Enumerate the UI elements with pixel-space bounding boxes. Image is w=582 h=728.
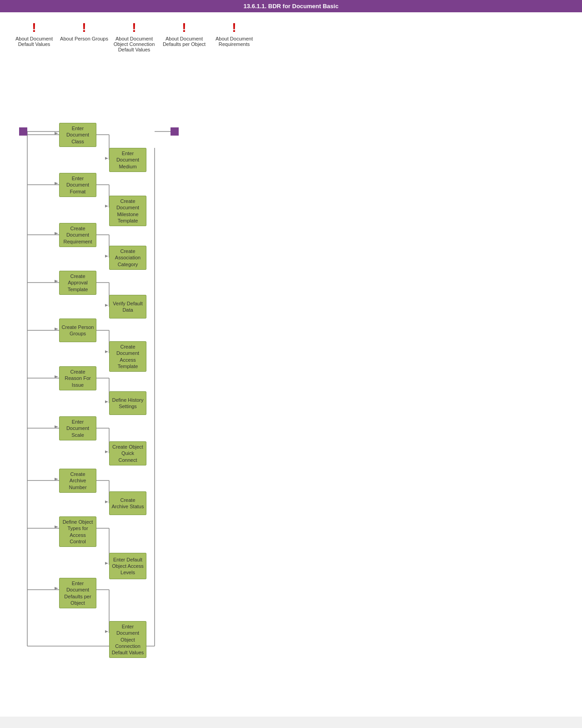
icon-label-2: About Person Groups: [60, 36, 108, 41]
svg-marker-50: [105, 350, 108, 353]
svg-marker-37: [55, 182, 58, 185]
svg-marker-52: [105, 450, 108, 453]
box-create-doc-milestone[interactable]: Create Document Milestone Template: [109, 196, 146, 226]
icon-about-doc-default[interactable]: ! About Document Default Values: [9, 21, 59, 52]
icon-label-3: About Document Object Connection Default…: [109, 36, 159, 52]
box-create-person-groups[interactable]: Create Person Groups: [59, 318, 96, 342]
box-create-obj-quick-connect[interactable]: Create Object Quick Connect: [109, 441, 146, 465]
svg-marker-41: [55, 375, 58, 378]
icon-label-4: About Document Defaults per Object: [159, 36, 209, 47]
box-enter-doc-class[interactable]: Enter Document Class: [59, 123, 96, 147]
box-create-reason-for-issue[interactable]: Create Reason For Issue: [59, 366, 96, 390]
icon-about-doc-defaults-per-obj[interactable]: ! About Document Defaults per Object: [159, 21, 209, 52]
icon-about-person-groups[interactable]: ! About Person Groups: [59, 21, 109, 52]
title-bar: 13.6.1.1. BDR for Document Basic: [0, 0, 582, 12]
svg-marker-48: [105, 255, 108, 258]
exclamation-icon-2: !: [82, 21, 86, 34]
box-create-assoc-category[interactable]: Create Association Category: [109, 246, 146, 270]
icon-about-doc-conn[interactable]: ! About Document Object Connection Defau…: [109, 21, 159, 52]
box-define-obj-types-access[interactable]: Define Object Types for Access Control: [59, 516, 96, 547]
svg-marker-44: [55, 526, 58, 528]
top-icons-area: ! About Document Default Values ! About …: [0, 12, 582, 57]
svg-marker-40: [55, 328, 58, 330]
box-enter-doc-obj-conn-default[interactable]: Enter Document Object Connection Default…: [109, 621, 146, 658]
box-enter-doc-scale[interactable]: Enter Document Scale: [59, 416, 96, 440]
exclamation-icon-4: !: [182, 21, 186, 34]
box-enter-doc-defaults-per-obj[interactable]: Enter Document Defaults per Object: [59, 578, 96, 608]
box-create-archive-status[interactable]: Create Archive Status: [109, 491, 146, 515]
exclamation-icon-3: !: [132, 21, 136, 34]
exclamation-icon-5: !: [232, 21, 236, 34]
svg-marker-38: [55, 232, 58, 235]
box-verify-default-data[interactable]: Verify Default Data: [109, 295, 146, 318]
svg-marker-53: [105, 500, 108, 503]
icon-label-5: About Document Requirements: [209, 36, 259, 47]
diagram-area: Enter Document Class Enter Document Form…: [0, 57, 582, 717]
box-enter-doc-medium[interactable]: Enter Document Medium: [109, 148, 146, 172]
svg-marker-36: [55, 132, 58, 135]
svg-marker-45: [55, 587, 58, 590]
svg-rect-1: [19, 127, 27, 136]
exclamation-icon-1: !: [32, 21, 36, 34]
svg-marker-46: [105, 157, 108, 160]
icon-label-1: About Document Default Values: [9, 36, 59, 47]
svg-marker-55: [105, 630, 108, 633]
box-create-archive-number[interactable]: Create Archive Number: [59, 469, 96, 493]
box-enter-doc-format[interactable]: Enter Document Format: [59, 173, 96, 197]
svg-rect-2: [171, 127, 179, 136]
svg-marker-43: [55, 478, 58, 480]
box-define-history-settings[interactable]: Define History Settings: [109, 391, 146, 415]
svg-marker-49: [105, 304, 108, 307]
svg-marker-54: [105, 562, 108, 565]
svg-marker-39: [55, 280, 58, 283]
box-create-doc-access-template[interactable]: Create Document Access Template: [109, 341, 146, 372]
box-create-approval-template[interactable]: Create Approval Template: [59, 271, 96, 295]
box-enter-default-obj-access[interactable]: Enter Default Object Access Levels: [109, 553, 146, 579]
svg-marker-51: [105, 400, 108, 403]
svg-marker-42: [55, 425, 58, 428]
box-create-doc-requirement[interactable]: Create Document Requirement: [59, 223, 96, 247]
svg-marker-47: [105, 205, 108, 207]
icon-about-doc-requirements[interactable]: ! About Document Requirements: [209, 21, 259, 52]
